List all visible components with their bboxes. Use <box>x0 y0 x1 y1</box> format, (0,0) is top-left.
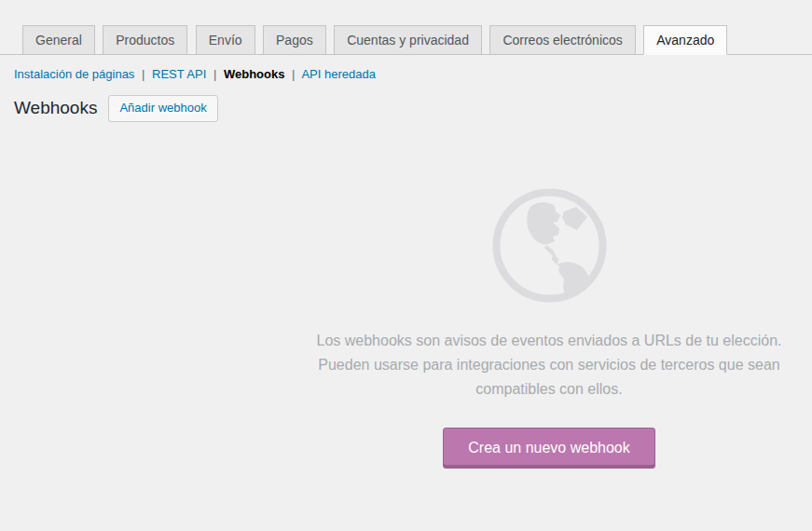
empty-state-description: Los webhooks son avisos de eventos envia… <box>316 329 782 402</box>
subnav-link-rest-api[interactable]: REST API <box>152 67 206 81</box>
subnav-separator: | <box>142 67 145 81</box>
webhooks-empty-state: Los webhooks son avisos de eventos envia… <box>316 187 782 469</box>
tab-pagos[interactable]: Pagos <box>263 25 326 55</box>
advanced-subnav: Instalación de páginas | REST API | Webh… <box>14 67 812 81</box>
tab-correos-electronicos[interactable]: Correos electrónicos <box>489 25 635 55</box>
subnav-separator: | <box>292 67 295 81</box>
page-heading-row: Webhooks Añadir webhook <box>14 95 812 122</box>
subnav-link-instalacion-de-paginas[interactable]: Instalación de páginas <box>14 67 134 81</box>
globe-icon <box>491 187 608 304</box>
create-webhook-button[interactable]: Crea un nuevo webhook <box>443 428 654 469</box>
subnav-link-api-heredada[interactable]: API heredada <box>301 67 376 81</box>
tab-productos[interactable]: Productos <box>103 25 187 55</box>
tab-avanzado[interactable]: Avanzado <box>643 25 727 55</box>
subnav-separator: | <box>213 67 216 81</box>
settings-tab-bar: General Productos Envío Pagos Cuentas y … <box>0 25 812 55</box>
tab-cuentas-y-privacidad[interactable]: Cuentas y privacidad <box>334 25 482 55</box>
tab-envio[interactable]: Envío <box>196 25 255 55</box>
tab-general[interactable]: General <box>22 25 95 55</box>
add-webhook-button[interactable]: Añadir webhook <box>108 95 217 122</box>
page-title: Webhooks <box>14 98 97 119</box>
subnav-current-webhooks: Webhooks <box>224 67 285 81</box>
